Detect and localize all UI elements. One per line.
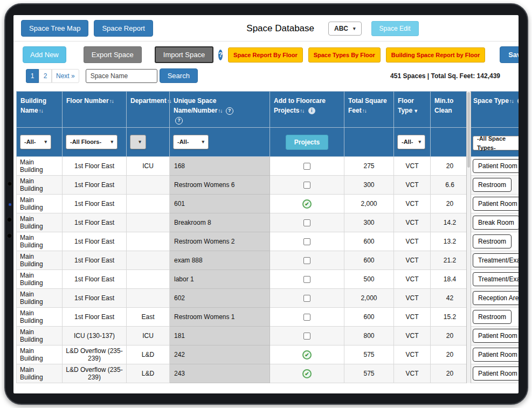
table-vertical-scrollbar[interactable] — [466, 91, 471, 383]
floorcare-checkbox[interactable] — [303, 333, 310, 340]
space-type-button[interactable]: Break Room — [473, 216, 519, 230]
table-row: Main Building1st Floor EastRestroom Wome… — [17, 176, 519, 195]
space-name-cell[interactable]: 168 — [170, 157, 270, 176]
space-types-by-floor-button[interactable]: Space Types By Floor — [308, 47, 381, 63]
col-header-total-square-feet[interactable]: Total Square Feet↑↓ — [344, 92, 394, 128]
table-row: Main Building1st Floor East601✔2,000VCT2… — [17, 195, 519, 213]
floorcare-checkbox[interactable] — [303, 238, 310, 245]
space-report-by-floor-button[interactable]: Space Report By Floor — [228, 47, 303, 63]
col-header-floor-type[interactable]: Floor Type▼ — [394, 92, 431, 128]
info-icon[interactable]: i — [308, 107, 315, 114]
help-icon[interactable]: ? — [218, 50, 223, 60]
min-clean-cell: 20 — [431, 157, 469, 176]
floorcare-checkbox[interactable] — [303, 163, 310, 170]
floorcare-checkbox[interactable] — [303, 182, 310, 189]
space-name-cell[interactable]: 181 — [170, 327, 270, 345]
floorcare-checkbox[interactable] — [303, 295, 310, 302]
department-cell — [127, 251, 170, 270]
space-type-button[interactable]: Patient Room — [473, 159, 519, 173]
sqft-cell: 300 — [344, 176, 394, 195]
scrollbar-thumb[interactable] — [467, 92, 470, 168]
help-icon[interactable]: ? — [175, 117, 183, 125]
filter-dropdown-icon[interactable]: ▼ — [413, 108, 418, 114]
space-type-button[interactable]: Patient Room — [473, 366, 519, 381]
import-space-button[interactable]: Import Space — [155, 46, 213, 63]
col-header-department[interactable]: Department↑↓ — [127, 92, 170, 128]
table-row: Main Building1st Floor EastRestroom Wome… — [17, 232, 519, 251]
building-space-report-by-floor-button[interactable]: Building Space Report by Floor — [386, 47, 485, 63]
floor-type-filter-dropdown[interactable]: -All-▾ — [397, 135, 425, 149]
floorcare-checkbox[interactable] — [303, 257, 310, 264]
page-1-button[interactable]: 1 — [26, 69, 39, 83]
department-cell: L&D — [127, 345, 170, 364]
filter-row: -All-▾ -All Floors-▾ ▾ — [17, 128, 519, 157]
table-row: Main Building1st Floor EastBreakroom 830… — [17, 213, 519, 232]
export-space-button[interactable]: Export Space — [84, 46, 142, 63]
space-type-filter-dropdown[interactable]: -All Space Types-▾ — [473, 136, 519, 150]
space-type-button[interactable]: Treatment/Exam — [473, 272, 519, 286]
space-name-cell[interactable]: Restroom Womens 2 — [170, 232, 270, 251]
space-tree-map-button[interactable]: Space Tree Map — [21, 20, 88, 37]
next-page-button[interactable]: Next » — [52, 69, 79, 83]
col-header-floorcare-projects[interactable]: Add to Floorcare Projects↑↓ i — [270, 92, 344, 128]
space-name-filter-dropdown[interactable]: -All-▾ — [173, 135, 209, 149]
space-type-button[interactable]: Patient Room — [473, 329, 519, 343]
space-report-button[interactable]: Space Report — [94, 20, 153, 37]
org-dropdown[interactable]: ABC ▾ — [328, 22, 362, 36]
table-row: Main Building1st Floor EastICU168275VCT2… — [17, 157, 519, 176]
space-name-cell[interactable]: exam 888 — [170, 251, 270, 270]
save-button[interactable]: Save — [500, 46, 519, 63]
space-type-button[interactable]: Patient Room — [473, 348, 519, 362]
sqft-cell: 600 — [344, 251, 394, 270]
min-clean-cell: 20 — [431, 327, 469, 345]
space-type-button[interactable]: Patient Room — [473, 197, 519, 211]
floor-filter-dropdown[interactable]: -All Floors-▾ — [66, 135, 118, 149]
space-type-cell: Treatment/Exam — [469, 270, 519, 289]
sqft-cell: 600 — [344, 308, 394, 327]
top-nav: Space Tree Map Space Report Space Databa… — [13, 15, 519, 42]
space-type-button[interactable]: Restroom — [473, 178, 512, 192]
space-name-cell[interactable]: 601 — [170, 195, 270, 213]
min-clean-cell: 14.2 — [431, 213, 469, 232]
space-name-cell[interactable]: Restroom Womens 1 — [170, 308, 270, 327]
space-type-button[interactable]: Treatment/Exam — [473, 253, 519, 267]
help-icon[interactable]: ? — [226, 107, 233, 115]
col-header-unique-space-name[interactable]: Unique Space Name/Number↑↓ ? ? — [170, 92, 270, 128]
space-name-cell[interactable]: labor 1 — [170, 270, 270, 289]
search-button[interactable]: Search — [160, 68, 198, 83]
floorcare-checkbox[interactable] — [303, 219, 310, 226]
table-row: Main Building1st Floor Eastlabor 1500VCT… — [17, 270, 519, 289]
table-row: Main BuildingL&D Overflow (235-239)L&D24… — [17, 345, 519, 364]
col-header-floor-number[interactable]: Floor Number↑↓ — [63, 92, 127, 128]
org-dropdown-value: ABC — [334, 25, 348, 32]
building-filter-dropdown[interactable]: -All-▾ — [20, 135, 51, 149]
floorcare-checkbox[interactable] — [303, 314, 310, 321]
space-type-button[interactable]: Reception Area — [473, 291, 519, 305]
space-name-cell[interactable]: Breakroom 8 — [170, 213, 270, 232]
floor-type-cell: VCT — [394, 364, 431, 383]
space-type-button[interactable]: Restroom — [473, 310, 512, 324]
space-name-cell[interactable]: 243 — [170, 364, 270, 383]
space-edit-button[interactable]: Space Edit — [371, 21, 419, 36]
col-header-space-type[interactable]: Space Type↑↓ i — [469, 92, 519, 128]
space-name-input[interactable] — [86, 69, 157, 83]
sqft-cell: 500 — [344, 270, 394, 289]
space-name-cell[interactable]: Restroom Womens 6 — [170, 176, 270, 195]
projects-button[interactable]: Projects — [286, 135, 328, 150]
info-icon[interactable]: i — [517, 98, 519, 105]
sort-icon: ↑↓ — [39, 108, 43, 114]
space-type-cell: Patient Room — [469, 157, 519, 176]
space-type-cell: Patient Room — [469, 364, 519, 383]
space-name-cell[interactable]: 602 — [170, 289, 270, 308]
space-name-cell[interactable]: 242 — [170, 345, 270, 364]
department-filter-dropdown[interactable]: ▾ — [130, 135, 146, 149]
add-new-button[interactable]: Add New — [23, 46, 66, 63]
floorcare-cell — [270, 232, 344, 251]
floorcare-checkbox[interactable] — [303, 276, 310, 283]
building-cell: Main Building — [17, 176, 63, 195]
space-type-button[interactable]: Restroom — [473, 234, 512, 248]
page-2-button[interactable]: 2 — [39, 69, 52, 83]
col-header-building-name[interactable]: Building Name↑↓ — [17, 92, 63, 128]
camera-lens-icon — [7, 233, 12, 238]
floor-cell: 1st Floor East — [63, 251, 127, 270]
